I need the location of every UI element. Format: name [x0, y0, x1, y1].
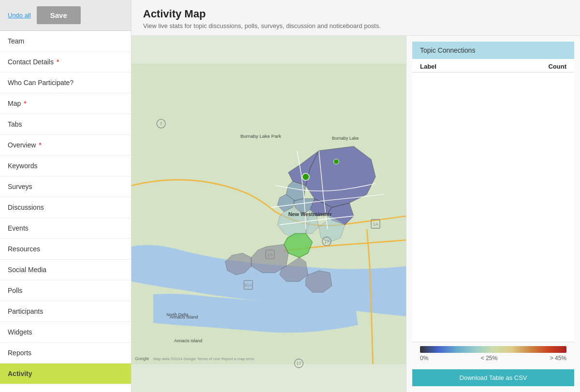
sidebar-item-team[interactable]: Team [0, 31, 131, 52]
svg-text:1A: 1A [267, 252, 273, 257]
main-header: Activity Map View live stats for topic d… [131, 0, 580, 36]
map-container[interactable]: New Westminster Annacis Island Annacis I… [131, 36, 406, 392]
svg-text:Map data ©2014 Google  Terms o: Map data ©2014 Google Terms of Use Repor… [153, 357, 254, 361]
svg-text:Google: Google [135, 356, 149, 361]
legend-labels: 0% < 25% > 45% [420, 355, 566, 362]
download-csv-button[interactable]: Download Table as CSV [412, 369, 574, 386]
svg-text:7: 7 [160, 121, 162, 126]
sidebar-header: Undo all Save [0, 0, 131, 31]
sidebar-item-social-media[interactable]: Social Media [0, 260, 131, 280]
svg-text:North Delta: North Delta [166, 312, 188, 317]
svg-point-17 [334, 159, 339, 164]
svg-text:1A: 1A [373, 222, 378, 227]
sidebar-item-resources[interactable]: Resources [0, 239, 131, 260]
svg-point-16 [302, 174, 309, 180]
legend-45: > 45% [550, 355, 566, 362]
sidebar-item-events[interactable]: Events [0, 218, 131, 239]
sidebar-item-activity[interactable]: Activity [0, 363, 131, 384]
sidebar: Undo all Save TeamContact Details*Who Ca… [0, 0, 131, 392]
sidebar-nav: TeamContact Details*Who Can Participate?… [0, 31, 131, 392]
legend-25: < 25% [481, 355, 497, 362]
legend: 0% < 25% > 45% [412, 342, 574, 365]
sidebar-item-participants[interactable]: Participants [0, 301, 131, 322]
legend-0: 0% [420, 355, 428, 362]
undo-all-button[interactable]: Undo all [8, 12, 31, 19]
sidebar-item-widgets[interactable]: Widgets [0, 322, 131, 343]
page-subtitle: View live stats for topic discussions, p… [143, 22, 568, 29]
required-indicator: * [57, 58, 59, 66]
sidebar-item-overview[interactable]: Overview* [0, 135, 131, 156]
table-header: Label Count [412, 59, 574, 73]
svg-text:New Westminster: New Westminster [289, 211, 333, 217]
save-button[interactable]: Save [37, 6, 81, 24]
svg-text:Annacis Island: Annacis Island [174, 338, 203, 343]
sidebar-item-keywords[interactable]: Keywords [0, 156, 131, 176]
main-content: Activity Map View live stats for topic d… [131, 0, 580, 392]
sidebar-item-surveys[interactable]: Surveys [0, 176, 131, 197]
sidebar-item-who-can-participate[interactable]: Who Can Participate? [0, 73, 131, 93]
col-label-header: Label [420, 63, 436, 70]
sidebar-item-map[interactable]: Map* [0, 93, 131, 114]
required-indicator: * [39, 141, 41, 149]
col-count-header: Count [548, 63, 566, 70]
main-body: New Westminster Annacis Island Annacis I… [131, 36, 580, 392]
svg-text:Burnaby Lake Park: Burnaby Lake Park [240, 133, 281, 139]
required-indicator: * [24, 100, 26, 107]
color-bar [420, 346, 566, 353]
sidebar-item-reports[interactable]: Reports [0, 343, 131, 363]
right-panel: Topic Connections Label Count 0% < 25% >… [406, 36, 580, 392]
sidebar-item-tabs[interactable]: Tabs [0, 114, 131, 135]
sidebar-item-discussions[interactable]: Discussions [0, 197, 131, 218]
page-title: Activity Map [143, 8, 568, 20]
sidebar-item-polls[interactable]: Polls [0, 280, 131, 301]
sidebar-item-contact-details[interactable]: Contact Details* [0, 52, 131, 73]
svg-text:17: 17 [324, 239, 329, 244]
svg-text:Burnaby Lake: Burnaby Lake [332, 136, 359, 141]
svg-text:17: 17 [296, 361, 301, 366]
svg-text:91A: 91A [245, 283, 252, 288]
table-body [412, 73, 574, 342]
panel-title: Topic Connections [412, 42, 574, 59]
